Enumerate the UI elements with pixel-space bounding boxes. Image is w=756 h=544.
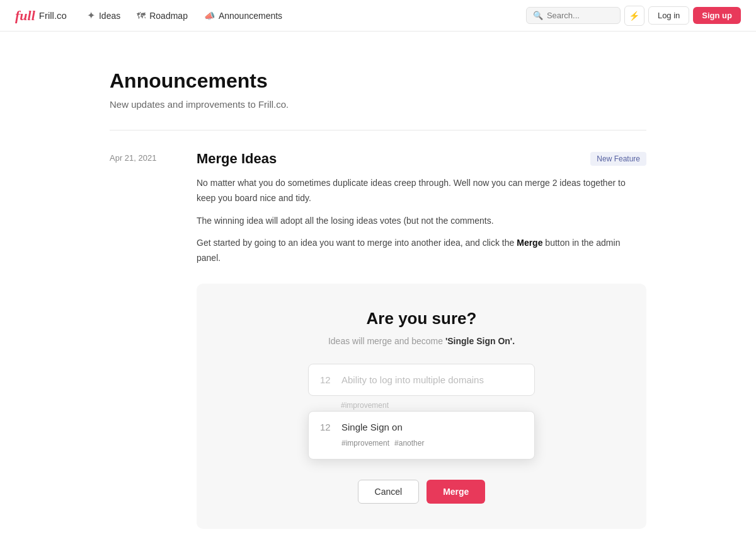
login-button[interactable]: Log in [648,6,689,25]
idea-card-background: 12 Ability to log into multiple domains [308,364,535,396]
action-buttons: Cancel Merge [358,480,486,504]
page-header: Announcements New updates and improvemen… [110,69,646,110]
logo-text: Frill.co [39,10,67,21]
idea-fg-label: Single Sign on [341,422,403,432]
entry-body: No matter what you do sometimes duplicat… [197,176,646,266]
ideas-area: 12 Ability to log into multiple domains … [308,364,535,460]
page-title: Announcements [110,69,646,93]
announcements-icon: 📣 [204,11,215,21]
logo-icon: full [15,8,35,24]
demo-card: Are you sure? Ideas will merge and becom… [197,284,646,529]
cancel-button[interactable]: Cancel [358,480,420,504]
idea-bg-label: Ability to log into multiple domains [341,374,484,385]
search-bar: 🔍 [526,7,621,24]
demo-subtitle-prefix: Ideas will merge and become [328,336,445,346]
idea-fg-tag-2: #another [394,439,424,448]
idea-fg-tag-1: #improvement [341,439,389,448]
body-para-1: No matter what you do sometimes duplicat… [197,176,646,206]
merge-emphasis: Merge [517,238,542,248]
page-subtitle: New updates and improvements to Frill.co… [110,99,646,110]
nav-item-roadmap[interactable]: 🗺 Roadmap [130,7,194,25]
entry-date: Apr 21, 2021 [110,151,166,529]
search-input[interactable] [547,11,614,20]
idea-fg-count: 12 [320,422,333,432]
announcements-label: Announcements [219,11,282,21]
idea-fg-tags-row: #improvement #another [320,439,523,448]
entry-content: Merge Ideas New Feature No matter what y… [197,151,646,529]
demo-subtitle: Ideas will merge and become 'Single Sign… [328,336,515,346]
lightning-button[interactable]: ⚡ [624,6,644,26]
idea-bg-count: 12 [320,374,333,385]
body-para-3: Get started by going to an idea you want… [197,236,646,266]
navbar: full Frill.co ✦ Ideas 🗺 Roadmap 📣 Announ… [0,0,756,32]
roadmap-icon: 🗺 [137,11,146,21]
demo-title: Are you sure? [367,309,477,328]
merge-button[interactable]: Merge [427,480,485,504]
main-content: Announcements New updates and improvemen… [94,32,662,544]
entry-title: Merge Ideas [197,151,277,167]
search-icon: 🔍 [533,11,543,20]
divider [110,130,646,130]
demo-subtitle-target: 'Single Sign On'. [445,336,515,346]
ideas-icon: ✦ [87,9,95,21]
entry-title-row: Merge Ideas New Feature [197,151,646,167]
idea-card-foreground: 12 Single Sign on #improvement #another [308,411,535,460]
nav-item-announcements[interactable]: 📣 Announcements [198,7,289,25]
ideas-label: Ideas [99,11,120,21]
announcement-entry: Apr 21, 2021 Merge Ideas New Feature No … [110,151,646,529]
brand-logo[interactable]: full Frill.co [15,8,67,24]
roadmap-label: Roadmap [149,11,188,21]
body-para-2: The winning idea will adopt all the losi… [197,214,646,229]
nav-item-ideas[interactable]: ✦ Ideas [81,6,127,25]
new-feature-badge: New Feature [590,152,646,166]
signup-button[interactable]: Sign up [693,7,741,24]
idea-fg-top: 12 Single Sign on [320,422,523,432]
